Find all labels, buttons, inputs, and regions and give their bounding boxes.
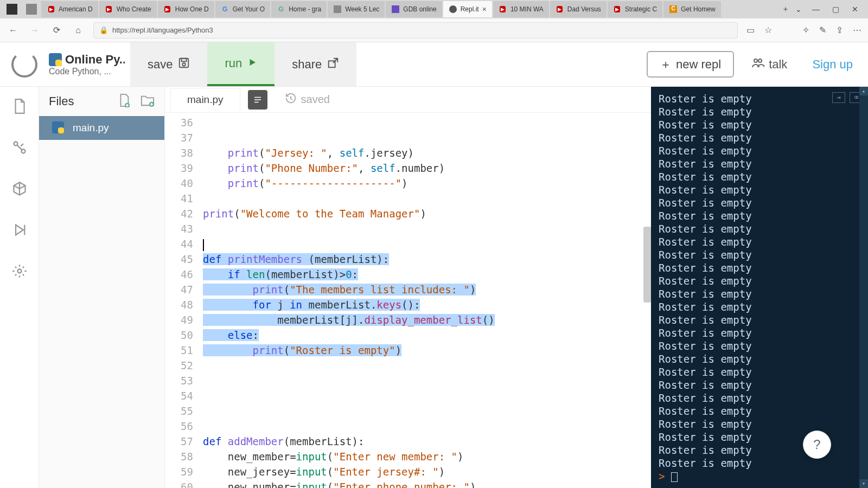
browser-tab[interactable]: GGet Your O: [215, 1, 270, 17]
maximize-button[interactable]: ▢: [829, 3, 842, 16]
play-icon: [247, 56, 257, 70]
back-button[interactable]: ←: [7, 24, 20, 37]
line-gutter: 3637383940414243444546474849505152535455…: [165, 113, 203, 488]
new-repl-button[interactable]: ＋ new repl: [647, 51, 734, 78]
browser-tab[interactable]: ▶How One D: [158, 1, 214, 17]
talk-button[interactable]: talk: [742, 42, 797, 86]
scroll-up-icon[interactable]: ▴: [859, 87, 868, 95]
files-rail-icon[interactable]: [11, 98, 28, 115]
tab-label: 10 MIN WA: [510, 5, 544, 13]
code-line[interactable]: memberList[j].display_member_list(): [203, 312, 651, 328]
share-icon: [327, 57, 339, 72]
close-window-button[interactable]: ✕: [848, 3, 861, 16]
terminal-line: Roster is empty: [659, 339, 860, 352]
browser-tab[interactable]: Repl.it×: [443, 1, 492, 17]
signup-button[interactable]: Sign up: [797, 42, 868, 86]
browser-tab[interactable]: GDB online: [386, 1, 442, 17]
code-line[interactable]: if len(memberList)>0:: [203, 267, 651, 282]
code-line[interactable]: new_number=input("Enter phone number: "): [203, 479, 651, 488]
tab-close-icon[interactable]: ×: [482, 5, 487, 14]
share-browser-icon[interactable]: ⇪: [836, 25, 843, 35]
minimize-button[interactable]: —: [809, 3, 822, 16]
code-line[interactable]: print("Jersey: ", self.jersey): [203, 145, 651, 160]
svg-rect-1: [55, 60, 62, 66]
editor-scrollbar[interactable]: [643, 227, 651, 303]
code-line[interactable]: new_jersey=input("Enter jersey#: "): [203, 464, 651, 479]
tab-label: Strategic C: [625, 5, 657, 13]
browser-tab[interactable]: GHome - gra: [271, 1, 327, 17]
more-icon[interactable]: ⋯: [853, 25, 861, 35]
history-icon: [285, 92, 297, 107]
code-line[interactable]: [203, 403, 651, 419]
save-button[interactable]: save: [130, 42, 207, 86]
browser-tab[interactable]: CGet Homew: [663, 1, 720, 17]
lock-icon: 🔒: [99, 26, 108, 34]
browser-tab[interactable]: Week 5 Lec: [328, 1, 385, 17]
url-input[interactable]: 🔒 https://repl.it/languages/Python3: [93, 22, 738, 38]
replit-logo[interactable]: [0, 42, 49, 86]
code-line[interactable]: [203, 373, 651, 388]
terminal-panel[interactable]: ⇥ ⌫ Roster is emptyRoster is emptyRoster…: [651, 87, 868, 488]
terminal-scrollbar[interactable]: ▴ ▾: [859, 87, 868, 488]
taskview-icon[interactable]: [26, 4, 37, 15]
add-folder-icon[interactable]: [141, 94, 155, 109]
terminal-prompt[interactable]: >: [659, 470, 860, 483]
code-line[interactable]: def addMember(memberList):: [203, 434, 651, 449]
settings-rail-icon[interactable]: [11, 262, 28, 280]
home-button[interactable]: ⌂: [72, 24, 85, 37]
reader-icon[interactable]: ▭: [746, 25, 755, 35]
app-menu-icon[interactable]: [7, 4, 17, 15]
code-line[interactable]: print("The members list includes: "): [203, 282, 651, 297]
help-button[interactable]: ?: [803, 431, 831, 459]
code-line[interactable]: [203, 191, 651, 206]
code-line[interactable]: else:: [203, 328, 651, 343]
debugger-rail-icon[interactable]: [11, 221, 28, 239]
tab-label: Dad Versus: [567, 5, 601, 13]
file-item-main[interactable]: main.py: [39, 116, 164, 140]
terminal-line: Roster is empty: [659, 222, 860, 235]
add-file-icon[interactable]: [118, 93, 131, 110]
favorite-star-icon[interactable]: ☆: [764, 25, 772, 35]
notes-icon[interactable]: ✎: [819, 25, 826, 35]
browser-tab[interactable]: ▶Who Create: [99, 1, 157, 17]
code-line[interactable]: print("Phone Number:", self.number): [203, 160, 651, 176]
code-line[interactable]: [203, 236, 651, 252]
code-line[interactable]: [203, 388, 651, 403]
terminal-line: Roster is empty: [659, 287, 860, 300]
packages-rail-icon[interactable]: [11, 180, 28, 197]
code-line[interactable]: [203, 221, 651, 236]
terminal-line: Roster is empty: [659, 300, 860, 313]
file-item-label: main.py: [73, 122, 109, 134]
tab-label: American D: [59, 5, 93, 13]
code-line[interactable]: print("--------------------"): [203, 176, 651, 191]
forward-button[interactable]: →: [28, 24, 41, 37]
run-button[interactable]: run: [207, 42, 275, 86]
scroll-down-icon[interactable]: ▾: [859, 479, 868, 488]
browser-tab[interactable]: ▶10 MIN WA: [493, 1, 549, 17]
code-content[interactable]: print("Jersey: ", self.jersey) print("Ph…: [203, 113, 651, 488]
code-line[interactable]: def printMembers (memberList):: [203, 252, 651, 267]
code-line[interactable]: [203, 358, 651, 373]
vcs-rail-icon[interactable]: [11, 139, 28, 156]
editor-tab-main[interactable]: main.py: [170, 88, 240, 111]
repl-title-block: Online Py... Code Python, ...: [49, 42, 130, 86]
tabs-dropdown-icon[interactable]: ⌄: [792, 3, 805, 16]
code-editor[interactable]: 3637383940414243444546474849505152535455…: [165, 113, 651, 488]
share-button[interactable]: share: [275, 42, 356, 86]
editor-format-icon[interactable]: [248, 90, 267, 110]
code-line[interactable]: [203, 419, 651, 434]
files-heading: Files: [49, 94, 108, 108]
plus-icon: ＋: [660, 56, 672, 73]
browser-tab[interactable]: ▶Strategic C: [608, 1, 662, 17]
code-line[interactable]: new_member=input("Enter new member: "): [203, 449, 651, 464]
new-tab-button[interactable]: ＋: [779, 3, 792, 16]
refresh-button[interactable]: ⟳: [50, 24, 63, 37]
code-line[interactable]: for j in memberList.keys():: [203, 297, 651, 312]
favorites-icon[interactable]: ✧: [802, 25, 809, 35]
terminal-popout-icon[interactable]: ⇥: [832, 92, 845, 103]
browser-tab[interactable]: ▶American D: [41, 1, 98, 17]
code-line[interactable]: print("Welcome to the Team Manager"): [203, 206, 651, 221]
terminal-line: Roster is empty: [659, 274, 860, 287]
code-line[interactable]: print("Roster is empty"): [203, 343, 651, 358]
browser-tab[interactable]: ▶Dad Versus: [550, 1, 607, 17]
